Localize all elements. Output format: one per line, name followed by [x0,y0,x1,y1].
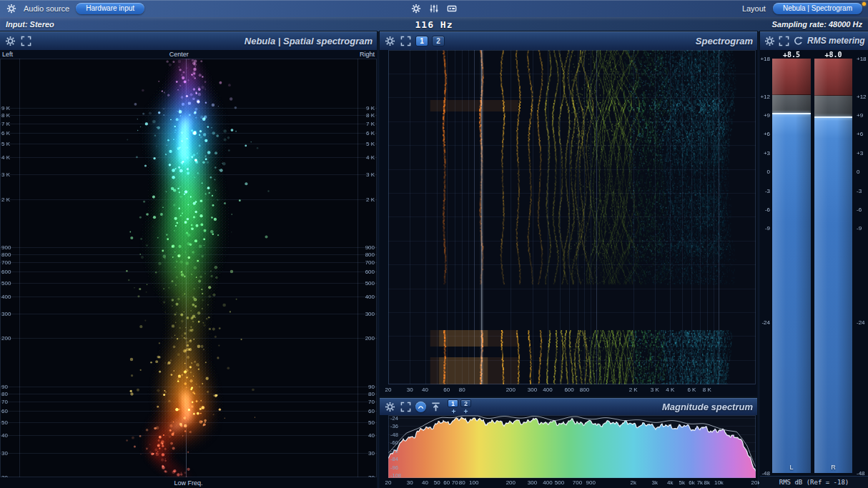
left-channel-label: Left [2,51,13,58]
center-label: Center [169,51,189,58]
spectrogram-canvas [388,50,756,384]
rms-meter-area: +18+12+9+6+30-3-6-9-24-48 L R +18+12+9+6… [760,59,868,473]
magnitude-view-controls: 1 2 [448,399,471,414]
topbar-info-row: Input: Stereo 116 Hz Sampling rate: 4800… [0,17,868,31]
hardware-input-button[interactable]: Hardware input [76,3,144,14]
audio-source-label: Audio source [24,4,69,13]
rms-meter-right: R [814,59,852,473]
magnitude-panel-title: Magnitude spectrum [662,402,753,412]
view-1-button[interactable]: 1 [448,399,458,407]
sampling-rate-label: Sampling rate: 48000 Hz [771,20,862,29]
spatial-panel-title: Nebula | Spatial spectrogram [245,36,373,46]
topbar-center-icons [410,3,458,14]
add-curve-icon[interactable] [448,408,458,414]
meter-value-line [772,113,811,114]
fullscreen-icon[interactable] [20,35,32,47]
low-freq-label: Low Freq. [0,477,377,488]
rms-value-left: +8.5 [772,51,811,59]
topbar: Audio source Hardware input Layout Nebul… [0,0,868,31]
rms-meter-left: L [772,59,811,473]
fullscreen-icon[interactable] [779,35,789,47]
gear-icon[interactable] [384,35,396,47]
spectrogram-panel-title: Spectrogram [696,36,753,46]
spectrogram-panel: 1 2 Spectrogram 203040608020030040060080… [380,31,757,397]
stereo-field-labels: Left Center Right [0,50,377,59]
gear-icon[interactable] [410,3,422,14]
rms-value-right: +8.0 [814,51,852,59]
frequency-readout: 116 Hz [415,19,453,30]
rms-value-readouts: +8.5 +8.0 [760,51,868,59]
right-channel-label: Right [360,51,375,58]
io-meter-icon[interactable] [446,3,458,14]
spectrogram-plot[interactable] [388,50,756,384]
rms-scale-left: +18+12+9+6+30-3-6-9-24-48 [760,59,771,473]
rms-panel-title: RMS metering [807,36,865,46]
meter-value-line [814,116,852,118]
meter-recent-zone [772,95,811,114]
channel-sliders-icon[interactable] [428,3,440,14]
rms-metering-panel: RMS metering +8.5 +8.0 +18+12+9+6+30-3-6… [760,31,868,488]
layout-label: Layout [742,4,766,13]
meter-level-fill [772,114,811,473]
channel-label: L [772,464,811,471]
rms-scale-right: +18+12+9+6+30-3-6-9-24-48 [855,59,868,473]
spatial-spectrogram-panel: Nebula | Spatial spectrogram Left Center… [0,31,377,488]
meter-level-fill [814,117,852,473]
view-1-button[interactable]: 1 [415,36,428,46]
input-info-label: Input: Stereo [6,20,54,29]
fullscreen-icon[interactable] [400,401,412,413]
topbar-right-group: Layout Nebula | Spectrogram [742,3,862,14]
meter-peak-zone [814,59,852,96]
reset-meters-icon[interactable] [793,35,804,47]
notification-dot [862,2,866,6]
spectrogram-panel-header: 1 2 Spectrogram [380,31,757,50]
spatial-spectrogram-plot[interactable]: 9 K9 K8 K8 K7 K7 K6 K6 K5 K5 K4 K4 K3 K3… [0,59,377,477]
spatial-spectrogram-canvas [0,59,377,477]
reset-peaks-icon[interactable] [430,401,442,413]
magnitude-frequency-axis: 203040506070801002003004005007009002k3k4… [388,478,756,488]
spectrogram-frequency-axis: 20304060802003004006008002 K3 K4 K6 K8 K [388,384,756,397]
meter-peak-zone [772,59,811,95]
magnitude-spectrum-panel: 1 2 Magnitude spectrum -24-36-48-60-72-8… [380,398,757,488]
magnitude-spectrum-canvas [388,415,756,478]
topbar-main-row: Audio source Hardware input Layout Nebul… [0,0,868,17]
view-2-button[interactable]: 2 [432,36,445,46]
rms-reference-label: RMS dB (Ref = -18) [760,476,868,488]
magnitude-panel-header: 1 2 Magnitude spectrum [380,398,757,415]
spatial-panel-header: Nebula | Spatial spectrogram [0,31,377,50]
add-curve-icon[interactable] [460,408,470,414]
meter-recent-zone [814,96,852,117]
peak-curve-toggle-icon[interactable] [415,402,426,412]
gear-icon[interactable] [6,3,17,14]
gear-icon[interactable] [764,35,775,47]
gear-icon[interactable] [384,401,396,413]
channel-label: R [814,464,852,471]
view-2-button[interactable]: 2 [460,399,471,407]
layout-preset-button[interactable]: Nebula | Spectrogram [773,3,862,14]
gear-icon[interactable] [4,35,16,47]
fullscreen-icon[interactable] [400,35,412,47]
rms-panel-header: RMS metering [760,31,868,50]
magnitude-spectrum-plot[interactable]: -24-36-48-60-72-84-96-108 [388,415,756,478]
